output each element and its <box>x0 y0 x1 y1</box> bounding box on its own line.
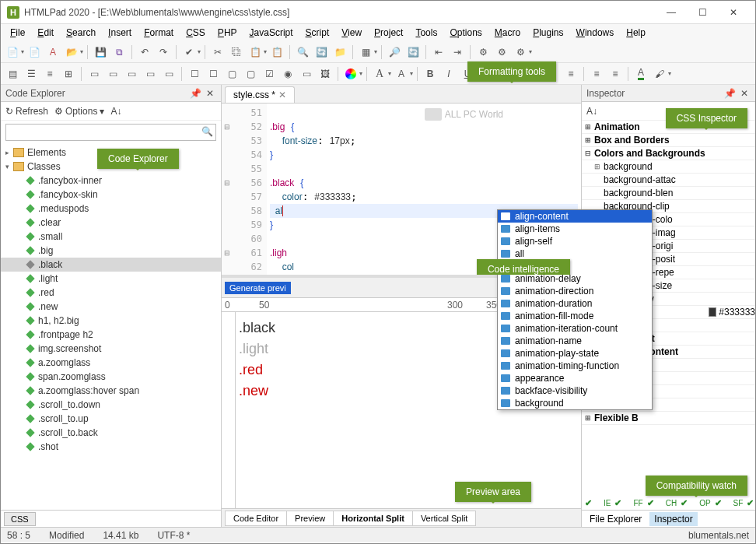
search-input[interactable] <box>5 124 216 141</box>
mode-tab-vertical-split[interactable]: Vertical Split <box>412 511 477 526</box>
tree-item[interactable]: span.zoomglass <box>1 370 221 384</box>
autocomplete-item[interactable]: animation-play-state <box>498 347 652 360</box>
align-1-icon[interactable]: ▭ <box>86 65 103 82</box>
bold-icon[interactable]: B <box>422 65 439 82</box>
para-icon[interactable]: ≡ <box>41 65 58 82</box>
menu-script[interactable]: Script <box>301 26 334 40</box>
doc-icon[interactable]: ▤ <box>4 65 21 82</box>
input-4-icon[interactable]: ▢ <box>242 65 259 82</box>
copy-icon[interactable]: ⿻ <box>228 44 245 61</box>
panel-close-icon[interactable]: ✕ <box>204 88 216 99</box>
input-1-icon[interactable]: ☐ <box>186 65 203 82</box>
checkbox-icon[interactable]: ☑ <box>261 65 278 82</box>
inspector-close-icon[interactable]: ✕ <box>738 88 751 99</box>
paste-icon[interactable]: 📋 <box>247 44 264 61</box>
ol-icon[interactable]: ≡ <box>588 65 605 82</box>
inspector-category[interactable]: ⊟Colors and Backgrounds <box>582 147 755 160</box>
inspector-property[interactable]: background-attac <box>582 174 755 187</box>
autocomplete-item[interactable]: backface-visibility <box>498 384 652 397</box>
tree-item[interactable]: .meduspods <box>1 202 221 216</box>
open-folder-icon[interactable]: 📂 <box>63 44 80 61</box>
tree-item[interactable]: .big <box>1 244 221 258</box>
autocomplete-item[interactable]: animation-fill-mode <box>498 310 652 322</box>
inspector-pin-icon[interactable]: 📌 <box>722 88 738 99</box>
menu-options[interactable]: Options <box>445 26 486 40</box>
tree-item[interactable]: a.zoomglass <box>1 356 221 370</box>
pin-icon[interactable]: 📌 <box>187 88 204 99</box>
menu-macro[interactable]: Macro <box>490 26 525 40</box>
cut-icon[interactable]: ✂ <box>209 44 226 61</box>
tree-item[interactable]: h1, h2.big <box>1 314 221 328</box>
table-icon[interactable]: ▦ <box>357 44 374 61</box>
file-tab[interactable]: style.css * ✕ <box>225 86 295 103</box>
menu-plugins[interactable]: Plugins <box>528 26 568 40</box>
autocomplete-item[interactable]: align-content <box>498 210 652 223</box>
inspector-property[interactable]: ⊞background <box>582 160 755 174</box>
mode-tab-horizontal-split[interactable]: Horizontal Split <box>333 511 413 526</box>
indent-left-icon[interactable]: ⇤ <box>430 44 447 61</box>
menu-php[interactable]: PHP <box>213 26 242 40</box>
align-5-icon[interactable]: ▭ <box>160 65 177 82</box>
browser-replace-icon[interactable]: 🔄 <box>404 44 422 61</box>
redo-icon[interactable]: ↷ <box>155 44 172 61</box>
menu-format[interactable]: Format <box>139 26 178 40</box>
tab-close-icon[interactable]: ✕ <box>278 89 286 100</box>
autocomplete-item[interactable]: animation-name <box>498 335 652 347</box>
input-3-icon[interactable]: ▢ <box>223 65 240 82</box>
search-icon[interactable]: 🔍 <box>201 126 213 137</box>
align-4-icon[interactable]: ▭ <box>142 65 159 82</box>
menu-search[interactable]: Search <box>61 26 100 40</box>
inspector-category[interactable]: ⊞Flexible B <box>582 412 755 425</box>
align-3-icon[interactable]: ▭ <box>123 65 140 82</box>
maximize-button[interactable]: ☐ <box>687 1 718 24</box>
indent-right-icon[interactable]: ⇥ <box>449 44 466 61</box>
autocomplete-item[interactable]: animation-direction <box>498 285 652 297</box>
menu-windows[interactable]: Windows <box>572 26 619 40</box>
list-icon[interactable]: ☰ <box>23 65 40 82</box>
inspector-sort-icon[interactable]: A↓ <box>586 106 597 117</box>
clipboard-icon[interactable]: 📋 <box>268 44 285 61</box>
autocomplete-item[interactable]: appearance <box>498 372 652 384</box>
tree-item[interactable]: .new <box>1 300 221 314</box>
bg-color-icon[interactable]: 🖌 <box>651 65 668 82</box>
italic-icon[interactable]: I <box>440 65 457 82</box>
menu-view[interactable]: View <box>337 26 366 40</box>
new-file-alt-icon[interactable]: 📄 <box>26 44 43 61</box>
tree-item[interactable]: .black <box>1 258 221 272</box>
font-color-icon[interactable]: A <box>632 65 649 82</box>
explorer-tab-css[interactable]: CSS <box>4 512 36 526</box>
autocomplete-item[interactable]: background <box>498 397 652 409</box>
autocomplete-item[interactable]: animation-iteration-count <box>498 322 652 335</box>
settings-1-icon[interactable]: ⚙ <box>474 44 492 61</box>
find-icon[interactable]: 🔍 <box>294 44 311 61</box>
browser-find-icon[interactable]: 🔎 <box>386 44 403 61</box>
tree-item[interactable]: .fancybox-skin <box>1 188 221 202</box>
save-all-icon[interactable]: ⧉ <box>110 44 128 61</box>
right-tab-file-explorer[interactable]: File Explorer <box>585 512 646 526</box>
autocomplete-item[interactable]: align-self <box>498 235 652 247</box>
input-2-icon[interactable]: ☐ <box>205 65 222 82</box>
tree-item[interactable]: .small <box>1 230 221 244</box>
generate-preview-button[interactable]: Generate previ <box>225 282 291 294</box>
menu-help[interactable]: Help <box>621 26 650 40</box>
sort-icon[interactable]: A↓ <box>110 106 121 117</box>
refresh-button[interactable]: ↻ Refresh <box>5 106 48 117</box>
font-size-icon[interactable]: A <box>393 65 410 82</box>
tree-item[interactable]: a.zoomglass:hover span <box>1 384 221 398</box>
button-icon[interactable]: ▭ <box>298 65 315 82</box>
heading-icon[interactable]: ⊞ <box>60 65 77 82</box>
minimize-button[interactable]: — <box>656 1 687 24</box>
tree-item[interactable]: .fancybox-inner <box>1 174 221 188</box>
inspector-property[interactable]: background-blen <box>582 187 755 200</box>
find-replace-icon[interactable]: 🔄 <box>313 44 330 61</box>
tree-item[interactable]: .scroll_to.down <box>1 398 221 412</box>
tree-item[interactable]: .light <box>1 272 221 286</box>
autocomplete-item[interactable]: all <box>498 247 652 260</box>
ul-icon[interactable]: ≡ <box>607 65 624 82</box>
menu-file[interactable]: File <box>5 26 30 40</box>
radio-icon[interactable]: ◉ <box>279 65 296 82</box>
tree-item[interactable]: .frontpage h2 <box>1 328 221 342</box>
undo-icon[interactable]: ↶ <box>136 44 153 61</box>
close-button[interactable]: ✕ <box>718 1 749 24</box>
font-family-icon[interactable]: A <box>371 65 388 82</box>
